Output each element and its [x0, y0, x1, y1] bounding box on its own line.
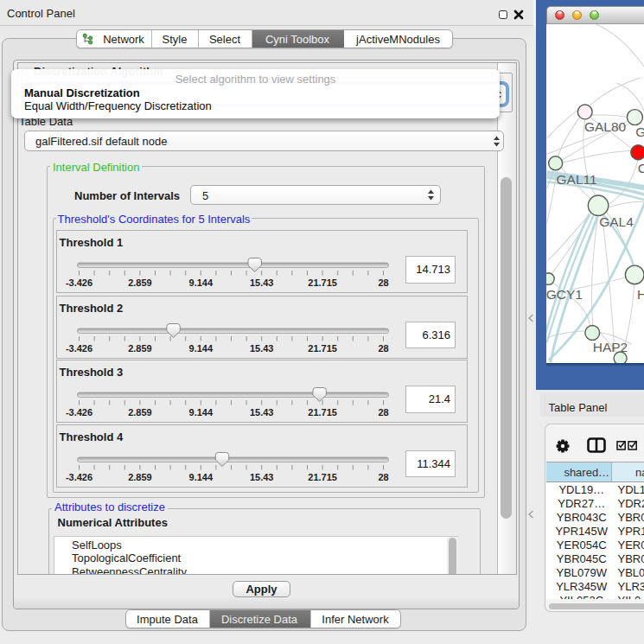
svg-text:GCY1: GCY1: [546, 287, 583, 302]
svg-text:H: H: [637, 287, 644, 302]
svg-text:GAL4: GAL4: [599, 214, 634, 229]
svg-text:15.43: 15.43: [249, 407, 273, 418]
svg-text:28: 28: [378, 342, 388, 353]
svg-text:9.144: 9.144: [188, 471, 213, 481]
svg-text:15.43: 15.43: [249, 277, 273, 288]
svg-text:2.859: 2.859: [128, 407, 152, 418]
svg-text:9.144: 9.144: [188, 342, 213, 353]
svg-text:-3.426: -3.426: [65, 277, 92, 288]
svg-text:GAL80: GAL80: [583, 119, 626, 134]
svg-text:28: 28: [378, 407, 388, 418]
svg-text:9.144: 9.144: [188, 407, 213, 418]
svg-text:GA: GA: [635, 124, 644, 139]
svg-text:21.715: 21.715: [308, 342, 337, 353]
svg-text:-3.426: -3.426: [65, 342, 92, 353]
svg-text:2.859: 2.859: [128, 471, 152, 481]
svg-text:21.715: 21.715: [308, 407, 337, 418]
svg-text:28: 28: [378, 471, 388, 481]
svg-text:C: C: [637, 161, 644, 175]
svg-text:15.43: 15.43: [249, 471, 273, 481]
svg-text:21.715: 21.715: [308, 471, 337, 481]
svg-text:28: 28: [378, 277, 388, 288]
svg-text:-3.426: -3.426: [65, 471, 92, 481]
svg-text:9.144: 9.144: [188, 277, 213, 288]
svg-text:2.859: 2.859: [128, 277, 152, 288]
svg-text:2.859: 2.859: [128, 342, 152, 353]
svg-text:GAL11: GAL11: [556, 172, 596, 187]
svg-text:21.715: 21.715: [308, 277, 337, 288]
svg-text:HAP2: HAP2: [592, 340, 628, 354]
svg-text:-3.426: -3.426: [65, 407, 92, 418]
svg-text:15.43: 15.43: [249, 342, 273, 353]
